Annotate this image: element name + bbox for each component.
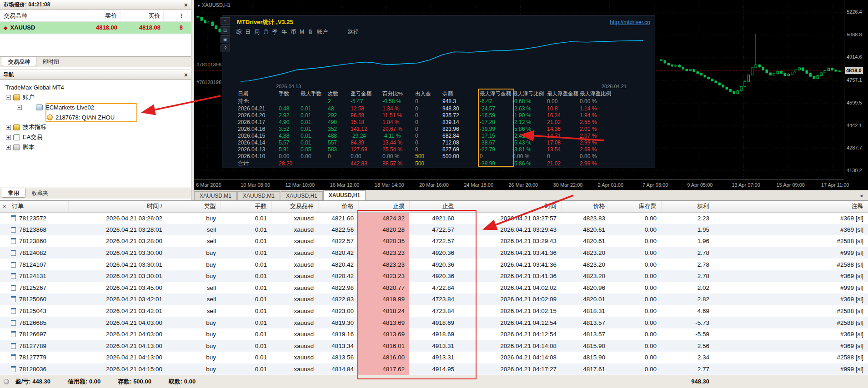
status-item: 盈/亏: 448.30 [15, 378, 50, 385]
orders-column-header[interactable]: 注释 [714, 201, 868, 212]
navigator-close-icon[interactable]: × [184, 72, 188, 78]
price-chart[interactable]: ▸XAUUSD,H1 #78101898 b #78128198 b ≡▤▣? … [194, 0, 868, 190]
stats-column-header: 最大浮盈比例 [580, 90, 615, 97]
nav-item-indicators[interactable]: + 技术指标 [0, 122, 191, 132]
stats-row: 2026.04.135.910.05583127.6925.54 %0627.6… [238, 146, 615, 153]
nav-root-label: TradeMax Global MT4 [5, 84, 64, 91]
mtdriver-panel[interactable]: ≣ MTDriver统计 ,V3.25 http://mtdriver.cn 综… [222, 15, 655, 168]
price-axis-label: 4914.6 [847, 54, 862, 60]
column-bid[interactable]: 卖价 [77, 10, 120, 21]
order-doc-icon [11, 227, 16, 233]
market-watch-row-xauusd[interactable]: ◆XAUUSD 4818.00 4818.08 8 [0, 22, 191, 34]
mtdriver-stats-table: 日期手数最大手数次数盈亏金额百分比%出入金余额最大浮亏金额最大浮亏比例最大浮盈金… [238, 90, 615, 167]
order-doc-icon [11, 343, 16, 349]
chart-tool-button[interactable]: ≡ [221, 17, 230, 25]
orders-column-header[interactable]: 交易品种 [271, 201, 318, 212]
orders-column-header[interactable]: 时间 / [68, 201, 167, 212]
nav-item-root[interactable]: TradeMax Global MT4 [0, 82, 191, 92]
status-item: 取款: 0.00 [169, 378, 196, 385]
order-doc-icon [11, 250, 16, 256]
collapse-icon[interactable]: − [17, 105, 22, 110]
time-axis-label: 6 Mar 2026 [196, 182, 221, 188]
server-icon [36, 104, 43, 110]
tab-favorites[interactable]: 收藏夹 [25, 188, 55, 198]
tab-common[interactable]: 常用 [2, 188, 25, 198]
mtdriver-menu-item[interactable]: 综 [236, 29, 241, 35]
stats-column-header: 最大浮亏比例 [512, 90, 547, 97]
chart-tab[interactable]: XAUUSD,H1 [281, 191, 323, 200]
chart-tool-buttons: ≡▤▣? [221, 17, 230, 54]
chart-tool-button[interactable]: ? [221, 45, 230, 52]
orders-column-header[interactable]: 库存费 [610, 201, 661, 212]
terminal-close-icon[interactable]: × [3, 203, 6, 210]
orders-column-header[interactable]: 手数 [221, 201, 271, 212]
status-item: 存款: 500.00 [118, 378, 151, 385]
navigator-titlebar[interactable]: 导航 × [0, 70, 191, 80]
mtdriver-menu-item[interactable]: 备 [308, 29, 313, 35]
order-doc-icon [11, 366, 16, 372]
order-doc-icon [11, 262, 16, 268]
chart-tab[interactable]: XAUUSD,H1 [323, 190, 366, 200]
order-doc-icon [11, 320, 16, 326]
tab-tick-chart[interactable]: 即时图 [36, 57, 65, 66]
column-symbol[interactable]: 交易品种 [0, 10, 77, 21]
mtdriver-menu-item[interactable]: 年 [281, 29, 287, 35]
tab-scroll-left-icon[interactable]: ◄ [859, 193, 863, 198]
time-axis-label: 10 Mar 08:00 [241, 182, 270, 188]
chart-tab[interactable]: XAUUSD,M1 [194, 191, 237, 200]
collapse-icon[interactable]: − [6, 95, 11, 100]
expand-icon[interactable]: + [6, 125, 11, 130]
indicators-label: 技术指标 [23, 123, 46, 131]
navigator-panel: 导航 × TradeMax Global MT4 − 账户 − ECMarket… [0, 70, 191, 200]
mtdriver-menu-item[interactable]: 币 [291, 29, 296, 35]
orders-column-header[interactable]: 获利 [661, 201, 714, 212]
orders-column-header[interactable]: 类型 [167, 201, 221, 212]
chart-tab[interactable]: XAUUSD,M1 [237, 191, 280, 200]
indicators-icon [13, 124, 20, 130]
order-doc-icon [11, 308, 16, 314]
order-doc-icon [11, 238, 16, 244]
stats-column-header: 最大手数 [301, 90, 328, 97]
chart-tool-button[interactable]: ▤ [221, 26, 230, 34]
nav-item-experts[interactable]: + EA交易 [0, 132, 191, 142]
chart-marker-icon: ▸ [198, 3, 200, 8]
column-ask[interactable]: 买价 [120, 10, 164, 21]
time-axis-label: 2 Apr 01:00 [598, 182, 623, 188]
expand-icon[interactable]: + [6, 135, 11, 140]
orders-column-header[interactable]: 订单 [0, 201, 68, 212]
market-watch-titlebar[interactable]: 市场报价: 04:21:08 × [0, 0, 191, 10]
expand-icon[interactable]: + [6, 145, 11, 150]
equity-curve [232, 37, 644, 83]
connection-status-icon [4, 379, 9, 384]
orders-column-header[interactable]: 价格 [318, 201, 358, 212]
price-axis[interactable]: 4818.0 5226.45068.84914.64757.14599.5444… [844, 0, 868, 179]
time-axis-label: 18 Mar 14:00 [375, 182, 404, 188]
mtdriver-menu-item-path[interactable]: 路径 [348, 29, 359, 35]
orders-column-header[interactable]: 价格 [561, 201, 610, 212]
market-watch-close-icon[interactable]: × [184, 2, 188, 8]
nav-item-scripts[interactable]: + 脚本 [0, 142, 191, 152]
time-axis[interactable]: 6 Mar 202610 Mar 08:0012 Mar 10:0016 Mar… [194, 179, 844, 190]
price-axis-label: 4442.1 [847, 123, 862, 128]
chart-tool-button[interactable]: ▣ [221, 35, 230, 43]
mtdriver-menu-item[interactable]: 账户 [317, 29, 328, 35]
market-watch-empty-area [0, 34, 191, 56]
column-spread[interactable]: ! [164, 10, 187, 21]
navigator-tree: TradeMax Global MT4 − 账户 − ECMarkets-Liv… [0, 80, 191, 188]
mtdriver-url-link[interactable]: http://mtdriver.cn [610, 19, 650, 25]
mtdriver-menu-item[interactable]: 日 [245, 29, 251, 35]
scripts-label: 脚本 [23, 143, 35, 151]
spread-value: 8 [164, 22, 187, 34]
nav-item-accounts[interactable]: − 账户 [0, 92, 191, 102]
mtdriver-menu-item[interactable]: 周 [254, 29, 260, 35]
order-doc-icon [11, 273, 16, 279]
mtdriver-menu-item[interactable]: 月 [263, 29, 269, 35]
curve-start-date: 2026.04.13 [276, 84, 301, 89]
time-axis-label: 9 Apr 05:00 [687, 182, 712, 188]
mtdriver-menu-item[interactable]: M [300, 29, 304, 35]
order-doc-icon [11, 215, 16, 221]
stats-column-header: 出入金 [415, 90, 442, 97]
mtdriver-menu-item[interactable]: 季 [272, 29, 278, 35]
market-watch-title: 市场报价: 04:21:08 [3, 1, 50, 9]
tab-symbols[interactable]: 交易品种 [2, 57, 36, 66]
